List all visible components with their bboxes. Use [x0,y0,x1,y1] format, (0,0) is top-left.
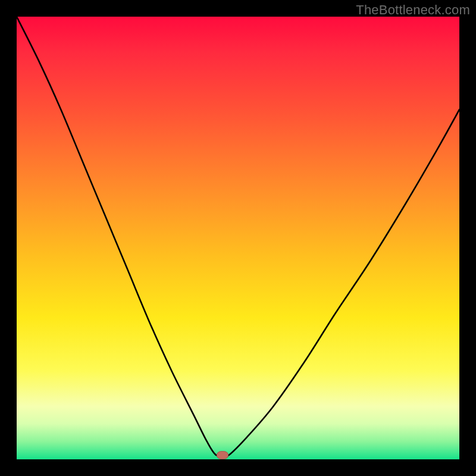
bottleneck-curve [17,17,459,459]
plot-area [17,17,459,459]
chart-frame: TheBottleneck.com [0,0,476,476]
watermark-text: TheBottleneck.com [356,2,470,18]
optimal-point-marker [217,451,228,459]
